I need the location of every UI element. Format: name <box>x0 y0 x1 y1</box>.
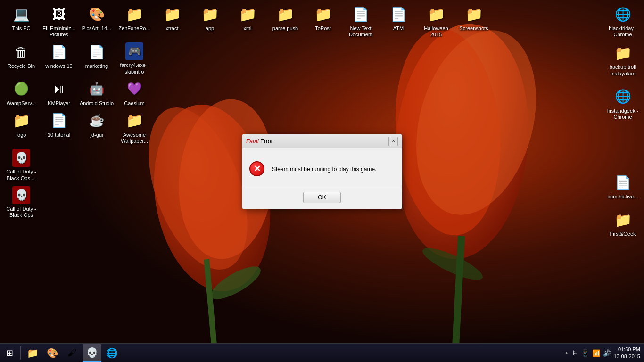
windows-logo-icon: ⊞ <box>6 348 13 358</box>
error-icon: ✕ <box>249 161 266 178</box>
fatal-error-dialog: Fatal Error ✕ ✕ Steam must be running to… <box>242 134 402 209</box>
taskbar-paint[interactable]: 🎨 <box>43 344 62 362</box>
chrome-taskbar-icon: 🌐 <box>106 347 118 359</box>
error-circle-icon: ✕ <box>249 161 264 176</box>
taskbar-pinned-icons: 📁 🎨 🖌 💀 🌐 <box>23 344 121 362</box>
paint-icon: 🎨 <box>47 347 58 359</box>
taskbar-game-skulls[interactable]: 💀 <box>83 344 101 362</box>
image-tool-icon: 🖌 <box>67 347 77 358</box>
dialog-title: Fatal Error <box>246 138 273 145</box>
tray-flag-icon: 🏳 <box>572 349 578 357</box>
clock-time: 01:50 PM <box>614 346 640 353</box>
system-clock[interactable]: 01:50 PM 13-08-2015 <box>614 346 640 360</box>
file-explorer-icon: 📁 <box>27 347 39 359</box>
dialog-body: ✕ Steam must be running to play this gam… <box>242 148 402 186</box>
taskbar-separator <box>20 346 21 360</box>
dialog-close-button[interactable]: ✕ <box>388 137 398 146</box>
taskbar-chrome[interactable]: 🌐 <box>102 344 121 362</box>
skulls-game-icon: 💀 <box>86 347 98 358</box>
modal-overlay: Fatal Error ✕ ✕ Steam must be running to… <box>0 0 644 343</box>
tray-signal-icon: 📶 <box>592 349 600 357</box>
start-button[interactable]: ⊞ <box>0 344 19 362</box>
taskbar: ⊞ 📁 🎨 🖌 💀 🌐 ▲ 🏳 📱 📶 🔊 01:50 PM 13-08-201… <box>0 343 644 362</box>
system-tray: ▲ 🏳 📱 📶 🔊 01:50 PM 13-08-2015 <box>561 346 644 360</box>
taskbar-image-tool[interactable]: 🖌 <box>63 344 82 362</box>
dialog-titlebar: Fatal Error ✕ <box>242 134 402 148</box>
dialog-message: Steam must be running to play this game. <box>272 165 376 173</box>
dialog-ok-button[interactable]: OK <box>303 192 341 203</box>
tray-volume-icon[interactable]: 🔊 <box>603 349 611 357</box>
dialog-footer: OK <box>242 188 402 209</box>
taskbar-file-explorer[interactable]: 📁 <box>23 344 42 362</box>
tray-phone-icon: 📱 <box>581 349 589 357</box>
tray-expand-arrow[interactable]: ▲ <box>564 350 569 355</box>
clock-date: 13-08-2015 <box>614 353 640 360</box>
